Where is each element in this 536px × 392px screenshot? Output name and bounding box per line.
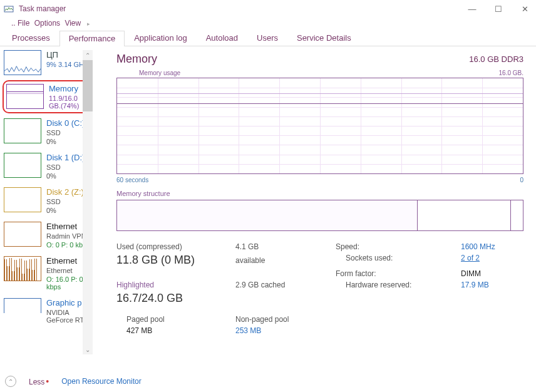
sidebar-item-sub2: 0%: [46, 172, 85, 180]
tab-processes[interactable]: Processes: [3, 30, 59, 46]
content-area: ЦП 9% 3.14 GHz Memory 11.9/16.0 GB.(74%)…: [0, 46, 536, 358]
less-button[interactable]: Less•: [29, 376, 49, 386]
sockets-label: Sockets used:: [336, 254, 461, 267]
sidebar-item-memory[interactable]: Memory 11.9/16.0 GB.(74%): [3, 80, 91, 113]
sidebar-item-disk0[interactable]: Disk 0 (C:) SSD 0%: [0, 115, 94, 149]
memory-stats: Used (compressed) 4.1 GB Speed: 1600 MHz…: [116, 242, 523, 335]
sidebar-item-label: ЦП: [46, 50, 87, 59]
hw-reserved-label: Hardware reserved:: [336, 281, 461, 289]
memory-usage-chart: [116, 78, 523, 174]
chart-label: Memory usage 16.0 GB.: [116, 70, 523, 76]
sidebar-item-label: Memory: [49, 84, 88, 93]
sidebar-item-sub: SSD: [46, 163, 85, 171]
speed-label: Speed:: [336, 242, 461, 251]
close-button[interactable]: ✕: [517, 4, 532, 14]
gpu-thumb: [4, 298, 41, 313]
tab-applog[interactable]: Application log: [125, 30, 197, 46]
scroll-up-icon[interactable]: ⌃: [83, 50, 93, 60]
axis-left: 60 seconds: [116, 177, 148, 183]
sidebar-item-ethernet-vpn[interactable]: Ethernet Radmin VPN O: 0 P: 0 kbps: [0, 218, 94, 252]
used-sub: 4.1 GB: [235, 242, 336, 251]
memory-structure-chart: [116, 200, 523, 231]
menu-file[interactable]: File: [18, 19, 29, 28]
sidebar-item-cpu[interactable]: ЦП 9% 3.14 GHz: [0, 46, 94, 79]
chart-ymax: 16.0 GB.: [499, 70, 523, 76]
app-icon: [4, 4, 14, 14]
sidebar-item-disk1[interactable]: Disk 1 (D:) SSD 0%: [0, 149, 94, 183]
menu-options[interactable]: Options: [34, 19, 60, 28]
sidebar-item-ethernet[interactable]: Ethernet Ethernet O: 16.0 P: 0 kbps: [0, 252, 94, 294]
sidebar-item-sub: 9% 3.14 GHz: [46, 61, 87, 68]
used-label: Used (compressed): [116, 242, 235, 251]
form-factor-value: DIMM: [461, 269, 523, 278]
paged-pool-label: Paged pool: [116, 315, 235, 324]
disk-thumb: [4, 118, 41, 143]
disk-thumb: [4, 153, 41, 178]
tab-users[interactable]: Users: [247, 30, 287, 46]
ethernet-thumb: [4, 256, 41, 281]
tab-bar: Processes Performance Application log Au…: [0, 30, 536, 46]
ethernet-thumb: [4, 222, 41, 247]
sidebar-item-sub: SSD: [46, 198, 84, 205]
sidebar-item-label: Disk 1 (D:): [46, 153, 85, 162]
form-factor-label: Form factor:: [336, 269, 461, 278]
scroll-thumb[interactable]: [83, 60, 93, 111]
structure-label: Memory structure: [116, 190, 523, 197]
sidebar-item-gpu[interactable]: Graphic p NVIDIA GeForce RTX: [0, 294, 94, 324]
title-bar: Task manager — ☐ ✕: [0, 0, 536, 18]
page-title: Memory: [116, 53, 157, 66]
collapse-icon[interactable]: ⌃: [5, 376, 16, 387]
sidebar: ЦП 9% 3.14 GHz Memory 11.9/16.0 GB.(74%)…: [0, 46, 94, 358]
disk-thumb: [4, 187, 41, 212]
maximize-button[interactable]: ☐: [491, 4, 506, 14]
highlighted-big: 16.7/24.0 GB: [116, 292, 235, 305]
menu-more-icon: ▸: [87, 21, 90, 27]
nonpaged-pool-value: 253 MB: [235, 326, 336, 335]
hw-reserved-value: 17.9 MB: [461, 281, 523, 289]
sidebar-item-label: Disk 0 (C:): [46, 118, 85, 128]
minimize-button[interactable]: —: [465, 4, 480, 14]
sockets-value: 2 of 2: [461, 254, 523, 267]
memory-total: 16.0 GB DDR3: [469, 54, 523, 64]
scroll-track[interactable]: [83, 60, 93, 344]
window-title: Task manager: [19, 4, 66, 13]
main-panel: Memory 16.0 GB DDR3 Memory usage 16.0 GB…: [94, 46, 536, 358]
sidebar-item-sub: 11.9/16.0 GB.(74%): [49, 95, 88, 110]
sidebar-item-sub: SSD: [46, 129, 85, 137]
cpu-thumb: [4, 50, 41, 75]
sidebar-item-sub2: 0%: [46, 207, 84, 214]
window-controls: — ☐ ✕: [465, 4, 532, 14]
paged-pool-value: 427 MB: [116, 326, 235, 335]
axis-right: 0: [520, 177, 523, 183]
cached-label: 2.9 GB cached: [235, 281, 336, 289]
menu-view[interactable]: View: [64, 19, 81, 28]
sidebar-item-label: Disk 2 (Z:): [46, 187, 84, 197]
sidebar-item-sub2: 0%: [46, 138, 85, 145]
tab-performance[interactable]: Performance: [59, 31, 125, 46]
available-label: available: [235, 256, 336, 265]
memory-thumb: [6, 84, 44, 109]
menu-bar: .. File Options View ▸: [0, 18, 536, 30]
sidebar-scrollbar[interactable]: ⌃ ⌄: [83, 50, 93, 354]
open-resource-monitor-link[interactable]: Open Resource Monitor: [61, 377, 141, 386]
nonpaged-pool-label: Non-paged pool: [235, 315, 336, 324]
footer: ⌃ Less• Open Resource Monitor: [5, 376, 142, 387]
speed-value: 1600 MHz: [461, 242, 523, 251]
tab-service[interactable]: Service Details: [287, 30, 361, 46]
tab-autoload[interactable]: Autoload: [197, 30, 247, 46]
scroll-down-icon[interactable]: ⌄: [83, 344, 93, 354]
chart-x-axis: 60 seconds 0: [116, 177, 523, 183]
used-big: 11.8 GB (0 MB): [116, 254, 235, 267]
highlighted-label: Highlighted: [116, 281, 235, 289]
chart-label-text: Memory usage: [139, 70, 180, 76]
sidebar-item-disk2[interactable]: Disk 2 (Z:) SSD 0%: [0, 183, 94, 218]
